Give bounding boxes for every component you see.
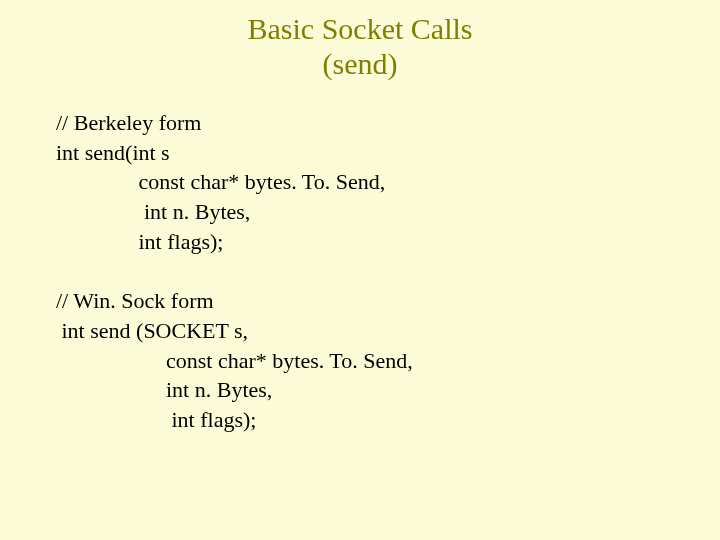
berkeley-param-3: int flags); bbox=[56, 229, 223, 254]
winsock-comment: // Win. Sock form bbox=[56, 288, 214, 313]
code-block: // Berkeley form int send(int s const ch… bbox=[56, 108, 676, 435]
winsock-param-2: int n. Bytes, bbox=[56, 377, 272, 402]
slide: Basic Socket Calls (send) // Berkeley fo… bbox=[0, 0, 720, 540]
winsock-param-1: const char* bytes. To. Send, bbox=[56, 348, 413, 373]
title-line-1: Basic Socket Calls bbox=[248, 12, 473, 45]
title-line-2: (send) bbox=[323, 47, 398, 80]
berkeley-comment: // Berkeley form bbox=[56, 110, 201, 135]
blank-line bbox=[56, 258, 62, 283]
winsock-signature: int send (SOCKET s, bbox=[56, 318, 248, 343]
berkeley-signature: int send(int s bbox=[56, 140, 170, 165]
winsock-param-3: int flags); bbox=[56, 407, 256, 432]
berkeley-param-2: int n. Bytes, bbox=[56, 199, 250, 224]
berkeley-param-1: const char* bytes. To. Send, bbox=[56, 169, 385, 194]
slide-title: Basic Socket Calls (send) bbox=[0, 12, 720, 81]
